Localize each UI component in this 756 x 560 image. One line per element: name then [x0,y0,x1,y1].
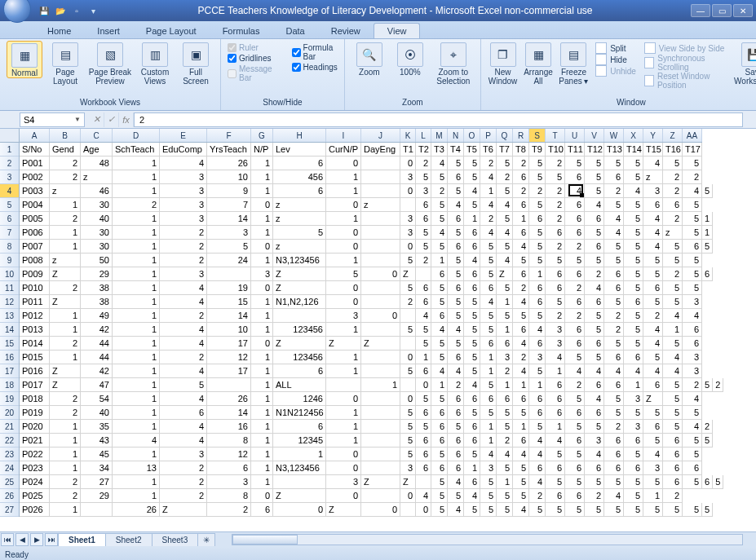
cell[interactable]: 5 [604,240,624,254]
cell[interactable]: 4 [113,434,160,448]
cell[interactable]: 1 [326,323,361,337]
cell[interactable]: 1 [251,351,273,364]
cell[interactable]: 5 [529,240,546,254]
cell[interactable]: 1 [251,448,273,461]
cell[interactable]: 6 [431,309,448,323]
cell[interactable]: 5 [431,198,448,212]
cell[interactable]: 0 [400,489,416,503]
cell[interactable]: 5 [624,406,643,420]
cell[interactable]: 2 [663,184,683,198]
cell[interactable]: 17 [207,364,251,378]
cell[interactable]: P021 [20,434,50,448]
col-header[interactable]: K [400,129,416,142]
cell[interactable]: 5 [431,337,448,351]
col-header[interactable]: D [113,129,160,142]
cell[interactable]: N1N212456 [273,406,326,420]
cell[interactable] [326,378,361,392]
cell[interactable]: 5 [497,461,513,475]
cell[interactable]: 4 [448,198,464,212]
cell[interactable]: P017 [20,378,50,392]
col-header[interactable]: X [624,129,643,142]
cell[interactable]: 6 [604,267,624,281]
cell[interactable]: 6 [585,406,604,420]
col-header[interactable]: B [50,129,81,142]
cell[interactable]: 6 [585,212,604,226]
cell[interactable]: 5 [400,364,416,378]
cell[interactable]: 1 [251,226,273,240]
cell[interactable]: P020 [20,420,50,434]
cell[interactable]: 6 [448,406,464,420]
cell[interactable]: 3 [400,461,416,475]
cell[interactable]: 5 [546,503,565,517]
cell[interactable]: 1 [113,281,160,295]
cell[interactable]: 1 [529,378,546,392]
cell[interactable]: 5 [480,240,497,254]
cell[interactable]: 1 [251,364,273,378]
cell[interactable]: 6 [529,281,546,295]
cell[interactable]: 30 [81,240,113,254]
cell[interactable]: 4 [513,295,529,309]
col-header[interactable]: N [448,129,464,142]
cell[interactable]: 6 [464,420,480,434]
cell[interactable]: 0 [361,503,400,517]
cell[interactable]: Z [160,503,207,517]
cell[interactable]: P023 [20,461,50,475]
cell[interactable]: 6 [431,420,448,434]
col-header[interactable]: T [546,129,565,142]
cell[interactable]: P019 [20,406,50,420]
cell[interactable]: 4 [160,281,207,295]
cell[interactable]: P016 [20,364,50,378]
cell[interactable] [361,448,400,461]
cell[interactable]: 6 [565,406,585,420]
cell[interactable]: 1 [251,434,273,448]
cell[interactable]: 12 [207,351,251,364]
cell[interactable] [81,503,113,517]
cell[interactable]: 4 [480,448,497,461]
cell[interactable] [361,295,400,309]
sheet-tab-sheet3[interactable]: Sheet3 [152,533,199,546]
cell[interactable]: 6 [160,406,207,420]
cell[interactable]: 0 [400,157,416,170]
cell[interactable]: 1 [326,254,361,267]
cell[interactable]: 8 [207,489,251,503]
cell[interactable]: 6 [546,226,565,240]
col-header[interactable]: C [81,129,113,142]
cell[interactable]: P003 [20,184,50,198]
cell[interactable]: 1 [113,378,160,392]
cell[interactable]: 5 [546,475,565,489]
cell[interactable]: 5 [546,254,565,267]
cell[interactable]: 5 [480,323,497,337]
cell[interactable]: 1 [251,254,273,267]
row-header[interactable]: 22 [0,434,19,448]
col-header[interactable]: M [431,129,448,142]
cell[interactable]: 5 [513,254,529,267]
header-cell[interactable]: T10 [546,143,565,157]
cell[interactable]: 5 [464,406,480,420]
cell[interactable]: 2 [448,378,464,392]
cell[interactable]: 2 [513,351,529,364]
sheet-prev-button[interactable]: ◀ [15,533,29,546]
cell[interactable]: 2 [480,157,497,170]
cell[interactable]: 5 [448,254,464,267]
cell[interactable]: 5 [431,503,448,517]
cell[interactable]: 5 [431,351,448,364]
cell[interactable]: 5 [497,406,513,420]
cell[interactable]: 14 [207,212,251,226]
page-break-preview-button[interactable]: ▧Page Break Preview [88,41,132,86]
cell[interactable]: 4 [448,475,464,489]
cell[interactable]: 6 [464,267,480,281]
cell[interactable]: Z [273,267,326,281]
cell[interactable]: 2 [604,420,624,434]
cell[interactable]: 1 [251,212,273,226]
cell[interactable]: 0 [326,157,361,170]
cell[interactable]: 1 [113,323,160,337]
cell[interactable]: 6 [416,198,431,212]
header-cell[interactable]: T4 [448,143,464,157]
cell[interactable]: 5 [464,351,480,364]
cell[interactable]: 1 [497,323,513,337]
cell[interactable]: 456 [273,170,326,184]
cell[interactable]: 6 [464,434,480,448]
cell[interactable]: 2 [50,170,81,184]
cell[interactable] [361,434,400,448]
cell[interactable]: 12 [207,448,251,461]
